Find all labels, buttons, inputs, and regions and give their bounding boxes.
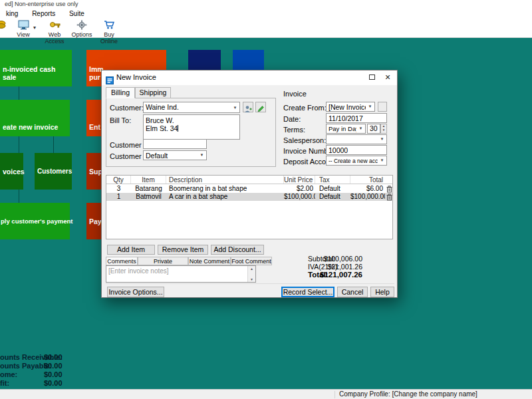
clipped-toolbar-icon[interactable] <box>0 20 7 31</box>
date-label: Date: <box>283 115 301 123</box>
menu-suite[interactable]: Suite <box>63 9 90 19</box>
invoice-notes-textarea[interactable]: [Enter invoice notes] ▲ ▼ <box>106 265 256 283</box>
invoice-number-input[interactable]: 10000 <box>326 145 387 155</box>
trash-icon <box>386 194 392 201</box>
col-header-item[interactable]: Item <box>131 176 166 184</box>
tile-invoices[interactable]: voices <box>0 153 23 190</box>
dialog-titlebar[interactable]: New Invoice × <box>102 70 397 85</box>
application-window: ed] Non-enterprise use only king Reports… <box>0 0 532 399</box>
col-header-qty[interactable]: Qty <box>106 176 131 184</box>
bill-to-line1: Bruce W. <box>146 116 237 124</box>
toolbar-web-access-button[interactable]: Web Access <box>40 20 69 45</box>
notes-scrollbar[interactable]: ▲ ▼ <box>247 266 255 282</box>
cell-tax: Default <box>315 193 350 201</box>
salesperson-label: Salesperson: <box>283 136 326 144</box>
create-from-value: [New Invoice] <box>329 103 370 111</box>
flow-connector <box>19 86 19 100</box>
terms-combobox[interactable]: Pay in Days ▼ <box>326 124 366 134</box>
tile-create-new-invoice[interactable]: eate new invoice <box>0 100 70 136</box>
invoice-items-table: Qty Item Description Unit Price Tax Tota… <box>106 175 393 239</box>
key-icon <box>40 20 69 31</box>
create-from-combobox[interactable]: [New Invoice] ▼ <box>326 102 375 112</box>
terms-label: Terms: <box>283 126 305 134</box>
tab-billing[interactable]: Billing <box>106 87 135 98</box>
scroll-down-icon[interactable]: ▼ <box>248 277 255 281</box>
tab-note-comment[interactable]: Note Comment <box>188 257 231 265</box>
add-customer-button[interactable] <box>243 102 253 112</box>
invoice-options-button[interactable]: Invoice Options... <box>107 287 164 297</box>
table-row-selected[interactable]: 1 Batmovil A car in a bat shape $100,000… <box>106 193 392 201</box>
help-button[interactable]: Help <box>370 287 394 297</box>
notes-placeholder: [Enter invoice notes] <box>108 267 169 275</box>
col-header-unit-price[interactable]: Unit Price <box>284 176 315 184</box>
tab-private-comments[interactable]: Private Comments <box>138 257 188 265</box>
menu-reports[interactable]: Reports <box>26 9 61 19</box>
cell-unit-price: $2.00 <box>284 185 315 193</box>
summary-label: fit: <box>0 379 9 387</box>
cancel-button[interactable]: Cancel <box>337 287 368 297</box>
terms-days-spinner[interactable]: 30 ▲ ▼ <box>367 124 387 134</box>
dropdown-arrow-icon: ▼ <box>378 135 386 144</box>
new-invoice-dialog: New Invoice × Billing Shipping Customer:… <box>101 70 398 298</box>
customer-po-input[interactable] <box>143 139 207 149</box>
add-discount-button[interactable]: Add Discount... <box>211 245 264 255</box>
create-from-browse-button[interactable] <box>378 102 387 112</box>
tile-noninvoiced-cash-sale[interactable]: n-invoiced cash sale <box>0 50 72 86</box>
tab-foot-comment[interactable]: Foot Comment <box>231 257 272 265</box>
total-value: $121,007.26 <box>305 271 362 279</box>
remove-item-button[interactable]: Remove Item <box>158 245 208 255</box>
app-toolbar: View ▾ Web Access Options Buy Online <box>0 19 532 38</box>
toolbar-options-button[interactable]: Options <box>69 20 94 38</box>
tile-label: voices <box>3 168 22 176</box>
toolbar-view-button[interactable]: View <box>12 20 35 38</box>
coins-icon <box>0 20 7 31</box>
maximize-button[interactable] <box>364 70 380 84</box>
salesperson-combobox[interactable]: ▼ <box>326 134 387 144</box>
cell-item: Batarang <box>131 185 166 193</box>
menu-banking[interactable]: king <box>0 9 24 19</box>
delete-row-button[interactable] <box>385 193 393 201</box>
tile-label: eate new invoice <box>3 123 68 131</box>
tile-customers[interactable]: Customers <box>35 153 72 190</box>
col-header-description[interactable]: Description <box>166 176 284 184</box>
table-header-row: Qty Item Description Unit Price Tax Tota… <box>106 176 392 184</box>
bill-to-line2: Elm St. 34 <box>146 124 178 132</box>
record-select-button[interactable]: Record Select... <box>281 287 334 297</box>
toolbar-buy-online-button[interactable]: Buy Online <box>94 20 124 45</box>
add-item-button[interactable]: Add Item <box>107 245 155 255</box>
col-header-tax[interactable]: Tax <box>315 176 350 184</box>
summary-value: $0.00 <box>44 370 63 378</box>
delete-row-button[interactable] <box>385 185 393 193</box>
flow-connector <box>19 136 19 153</box>
terms-days-value[interactable]: 30 <box>367 124 380 134</box>
dropdown-arrow-icon: ▼ <box>231 102 239 112</box>
tab-comments[interactable]: Comments <box>106 257 138 265</box>
maximize-icon <box>369 74 375 80</box>
dropdown-arrow-icon: ▼ <box>356 124 365 133</box>
spinner-down-icon[interactable]: ▼ <box>382 128 385 132</box>
tile-apply-customers-payment[interactable]: ply customer's payment <box>0 203 70 239</box>
scroll-up-icon[interactable]: ▲ <box>248 267 255 271</box>
close-button[interactable]: × <box>380 70 396 84</box>
statusbar: Company Profile: [Change the company nam… <box>0 389 532 399</box>
cell-total: $6.00 <box>350 185 385 193</box>
summary-label: ome: <box>0 370 17 378</box>
customer-tax-value: Default <box>146 152 168 160</box>
col-header-total[interactable]: Total <box>350 176 385 184</box>
dialog-title: New Invoice <box>116 73 156 81</box>
view-dropdown-icon[interactable]: ▾ <box>33 25 36 31</box>
table-row[interactable]: 3 Batarang Boomerang in a bat shape $2.0… <box>106 185 392 193</box>
customer-combobox[interactable]: Waine Ind. ▼ <box>143 102 240 113</box>
spinner-up-icon[interactable]: ▲ <box>382 124 385 128</box>
tile-label: n-invoiced cash sale <box>3 65 70 81</box>
edit-customer-button[interactable] <box>255 102 266 112</box>
view-icon <box>12 20 35 31</box>
spinner-buttons[interactable]: ▲ ▼ <box>380 124 387 134</box>
tab-shipping[interactable]: Shipping <box>135 87 171 98</box>
date-input[interactable]: 11/10/2017 <box>326 113 387 123</box>
deposit-account-combobox[interactable]: -- Create a new account -- ▼ <box>326 156 387 166</box>
customer-tax-combobox[interactable]: Default ▼ <box>143 150 207 160</box>
bill-to-textarea[interactable]: Bruce W. Elm St. 34 <box>143 114 240 140</box>
toolbar-view-label: View <box>17 31 29 38</box>
company-profile-link[interactable]: Company Profile: [Change the company nam… <box>339 390 477 398</box>
